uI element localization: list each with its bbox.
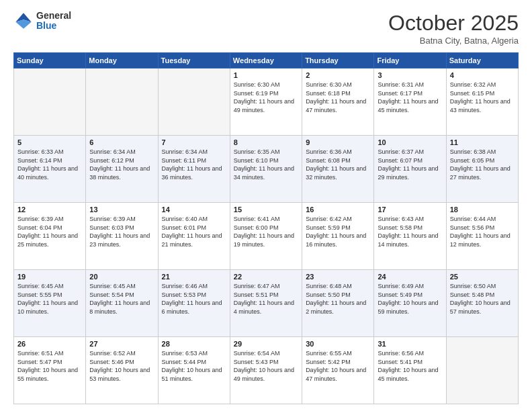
calendar-cell: 9Sunrise: 6:36 AM Sunset: 6:08 PM Daylig… bbox=[302, 136, 374, 203]
calendar-cell bbox=[86, 68, 158, 136]
logo-general-text: General bbox=[36, 11, 71, 21]
day-number: 17 bbox=[378, 205, 442, 214]
calendar-week-row: 5Sunrise: 6:33 AM Sunset: 6:14 PM Daylig… bbox=[14, 136, 519, 203]
day-number: 11 bbox=[450, 138, 515, 146]
day-info: Sunrise: 6:45 AM Sunset: 5:55 PM Dayligh… bbox=[17, 282, 82, 316]
day-number: 12 bbox=[17, 205, 82, 214]
logo-text: General Blue bbox=[36, 11, 71, 32]
day-number: 30 bbox=[306, 340, 370, 348]
calendar-week-row: 12Sunrise: 6:39 AM Sunset: 6:04 PM Dayli… bbox=[14, 203, 519, 270]
day-number: 20 bbox=[89, 273, 154, 281]
day-info: Sunrise: 6:37 AM Sunset: 6:07 PM Dayligh… bbox=[378, 148, 442, 181]
day-info: Sunrise: 6:48 AM Sunset: 5:50 PM Dayligh… bbox=[306, 282, 370, 316]
title-block: October 2025 Batna City, Batna, Algeria bbox=[388, 11, 519, 46]
location: Batna City, Batna, Algeria bbox=[388, 36, 519, 46]
calendar-cell: 6Sunrise: 6:34 AM Sunset: 6:12 PM Daylig… bbox=[86, 136, 158, 203]
day-info: Sunrise: 6:35 AM Sunset: 6:10 PM Dayligh… bbox=[234, 148, 298, 181]
header-monday: Monday bbox=[86, 53, 158, 68]
calendar-cell: 20Sunrise: 6:45 AM Sunset: 5:54 PM Dayli… bbox=[86, 270, 158, 337]
day-number: 19 bbox=[17, 273, 82, 281]
day-info: Sunrise: 6:56 AM Sunset: 5:41 PM Dayligh… bbox=[378, 349, 442, 383]
calendar-cell: 11Sunrise: 6:38 AM Sunset: 6:05 PM Dayli… bbox=[446, 136, 518, 203]
day-info: Sunrise: 6:53 AM Sunset: 5:44 PM Dayligh… bbox=[162, 349, 226, 383]
logo: General Blue bbox=[13, 11, 71, 32]
day-info: Sunrise: 6:39 AM Sunset: 6:04 PM Dayligh… bbox=[17, 215, 82, 248]
day-info: Sunrise: 6:49 AM Sunset: 5:49 PM Dayligh… bbox=[378, 282, 442, 316]
calendar-cell: 22Sunrise: 6:47 AM Sunset: 5:51 PM Dayli… bbox=[230, 270, 302, 337]
logo-blue-text: Blue bbox=[36, 21, 71, 31]
day-info: Sunrise: 6:34 AM Sunset: 6:11 PM Dayligh… bbox=[162, 148, 226, 181]
day-number: 26 bbox=[17, 340, 82, 348]
day-number: 29 bbox=[234, 340, 298, 348]
day-info: Sunrise: 6:43 AM Sunset: 5:58 PM Dayligh… bbox=[378, 215, 442, 248]
day-info: Sunrise: 6:32 AM Sunset: 6:15 PM Dayligh… bbox=[450, 81, 515, 114]
calendar-cell: 18Sunrise: 6:44 AM Sunset: 5:56 PM Dayli… bbox=[446, 203, 518, 270]
calendar-week-row: 19Sunrise: 6:45 AM Sunset: 5:55 PM Dayli… bbox=[14, 270, 519, 337]
day-info: Sunrise: 6:45 AM Sunset: 5:54 PM Dayligh… bbox=[89, 282, 154, 316]
day-number: 10 bbox=[378, 138, 442, 146]
day-info: Sunrise: 6:51 AM Sunset: 5:47 PM Dayligh… bbox=[17, 349, 82, 383]
header-friday: Friday bbox=[374, 53, 446, 68]
header-tuesday: Tuesday bbox=[158, 53, 230, 68]
day-number: 28 bbox=[162, 340, 226, 348]
calendar-cell: 31Sunrise: 6:56 AM Sunset: 5:41 PM Dayli… bbox=[374, 337, 446, 404]
day-number: 2 bbox=[306, 71, 370, 79]
day-number: 22 bbox=[234, 273, 298, 281]
calendar-cell: 30Sunrise: 6:55 AM Sunset: 5:42 PM Dayli… bbox=[302, 337, 374, 404]
calendar-cell: 12Sunrise: 6:39 AM Sunset: 6:04 PM Dayli… bbox=[14, 203, 86, 270]
day-info: Sunrise: 6:36 AM Sunset: 6:08 PM Dayligh… bbox=[306, 148, 370, 181]
day-number: 31 bbox=[378, 340, 442, 348]
header-wednesday: Wednesday bbox=[230, 53, 302, 68]
day-info: Sunrise: 6:30 AM Sunset: 6:19 PM Dayligh… bbox=[234, 81, 298, 114]
logo-icon bbox=[13, 11, 34, 31]
day-number: 15 bbox=[234, 205, 298, 214]
day-number: 24 bbox=[378, 273, 442, 281]
calendar-cell: 26Sunrise: 6:51 AM Sunset: 5:47 PM Dayli… bbox=[14, 337, 86, 404]
day-info: Sunrise: 6:42 AM Sunset: 5:59 PM Dayligh… bbox=[306, 215, 370, 248]
day-info: Sunrise: 6:41 AM Sunset: 6:00 PM Dayligh… bbox=[234, 215, 298, 248]
day-info: Sunrise: 6:38 AM Sunset: 6:05 PM Dayligh… bbox=[450, 148, 515, 181]
calendar-page: General Blue October 2025 Batna City, Ba… bbox=[0, 0, 532, 411]
calendar-cell: 29Sunrise: 6:54 AM Sunset: 5:43 PM Dayli… bbox=[230, 337, 302, 404]
calendar-cell: 17Sunrise: 6:43 AM Sunset: 5:58 PM Dayli… bbox=[374, 203, 446, 270]
calendar-cell: 7Sunrise: 6:34 AM Sunset: 6:11 PM Daylig… bbox=[158, 136, 230, 203]
day-number: 23 bbox=[306, 273, 370, 281]
header: General Blue October 2025 Batna City, Ba… bbox=[13, 11, 519, 46]
calendar-week-row: 1Sunrise: 6:30 AM Sunset: 6:19 PM Daylig… bbox=[14, 68, 519, 136]
day-number: 18 bbox=[450, 205, 515, 214]
day-number: 13 bbox=[89, 205, 154, 214]
calendar-cell: 25Sunrise: 6:50 AM Sunset: 5:48 PM Dayli… bbox=[446, 270, 518, 337]
header-sunday: Sunday bbox=[14, 53, 86, 68]
day-number: 25 bbox=[450, 273, 515, 281]
day-info: Sunrise: 6:31 AM Sunset: 6:17 PM Dayligh… bbox=[378, 81, 442, 114]
calendar-week-row: 26Sunrise: 6:51 AM Sunset: 5:47 PM Dayli… bbox=[14, 337, 519, 404]
day-info: Sunrise: 6:34 AM Sunset: 6:12 PM Dayligh… bbox=[89, 148, 154, 181]
day-info: Sunrise: 6:30 AM Sunset: 6:18 PM Dayligh… bbox=[306, 81, 370, 114]
calendar-cell: 27Sunrise: 6:52 AM Sunset: 5:46 PM Dayli… bbox=[86, 337, 158, 404]
day-number: 6 bbox=[89, 138, 154, 146]
calendar-cell: 23Sunrise: 6:48 AM Sunset: 5:50 PM Dayli… bbox=[302, 270, 374, 337]
calendar-cell: 8Sunrise: 6:35 AM Sunset: 6:10 PM Daylig… bbox=[230, 136, 302, 203]
day-info: Sunrise: 6:39 AM Sunset: 6:03 PM Dayligh… bbox=[89, 215, 154, 248]
day-number: 14 bbox=[162, 205, 226, 214]
day-number: 5 bbox=[17, 138, 82, 146]
calendar-cell bbox=[14, 68, 86, 136]
calendar-cell: 28Sunrise: 6:53 AM Sunset: 5:44 PM Dayli… bbox=[158, 337, 230, 404]
header-thursday: Thursday bbox=[302, 53, 374, 68]
day-number: 7 bbox=[162, 138, 226, 146]
calendar-cell: 24Sunrise: 6:49 AM Sunset: 5:49 PM Dayli… bbox=[374, 270, 446, 337]
calendar-cell bbox=[158, 68, 230, 136]
day-number: 1 bbox=[234, 71, 298, 79]
calendar-cell: 15Sunrise: 6:41 AM Sunset: 6:00 PM Dayli… bbox=[230, 203, 302, 270]
day-number: 16 bbox=[306, 205, 370, 214]
day-number: 4 bbox=[450, 71, 515, 79]
calendar-cell: 2Sunrise: 6:30 AM Sunset: 6:18 PM Daylig… bbox=[302, 68, 374, 136]
calendar-cell: 1Sunrise: 6:30 AM Sunset: 6:19 PM Daylig… bbox=[230, 68, 302, 136]
calendar-table: Sunday Monday Tuesday Wednesday Thursday… bbox=[13, 52, 519, 404]
day-info: Sunrise: 6:50 AM Sunset: 5:48 PM Dayligh… bbox=[450, 282, 515, 316]
day-number: 27 bbox=[89, 340, 154, 348]
day-number: 9 bbox=[306, 138, 370, 146]
day-info: Sunrise: 6:44 AM Sunset: 5:56 PM Dayligh… bbox=[450, 215, 515, 248]
calendar-cell: 14Sunrise: 6:40 AM Sunset: 6:01 PM Dayli… bbox=[158, 203, 230, 270]
calendar-cell: 19Sunrise: 6:45 AM Sunset: 5:55 PM Dayli… bbox=[14, 270, 86, 337]
